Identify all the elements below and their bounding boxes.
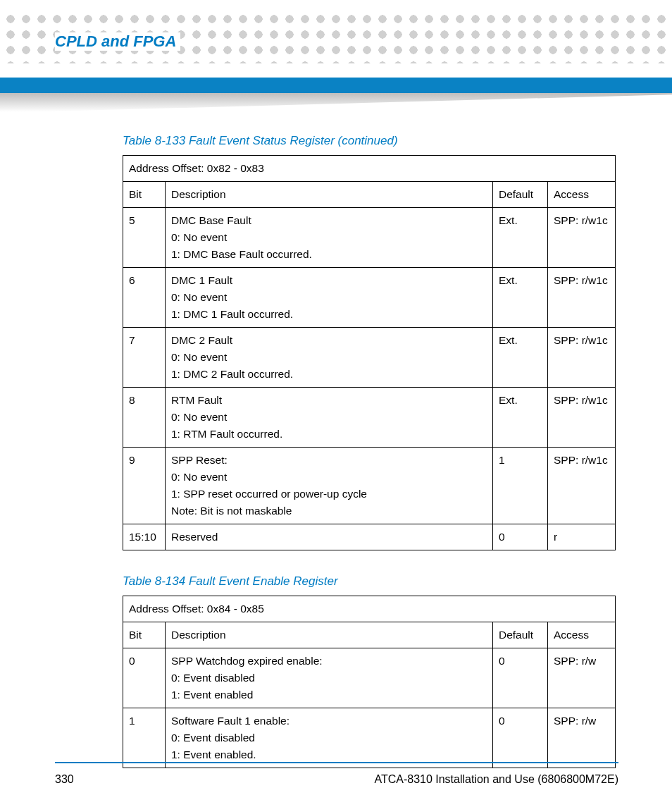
table-row: 7 DMC 2 Fault 0: No event 1: DMC 2 Fault…	[123, 328, 616, 388]
cell-access: SPP: r/w1c	[548, 268, 616, 328]
cell-desc: DMC 2 Fault 0: No event 1: DMC 2 Fault o…	[166, 328, 493, 388]
table-row: 8 RTM Fault 0: No event 1: RTM Fault occ…	[123, 388, 616, 448]
cell-bit: 15:10	[123, 524, 166, 550]
cell-bit: 6	[123, 268, 166, 328]
table-caption: Table 8-133 Fault Event Status Register …	[123, 134, 618, 148]
table-row: 5 DMC Base Fault 0: No event 1: DMC Base…	[123, 208, 616, 268]
cell-default: 0	[493, 708, 548, 768]
table-address-row: Address Offset: 0x84 - 0x85	[123, 596, 616, 622]
table-row: 9 SPP Reset: 0: No event 1: SPP reset oc…	[123, 448, 616, 524]
header-blue-bar	[0, 78, 672, 93]
register-table-8-133: Address Offset: 0x82 - 0x83 Bit Descript…	[123, 155, 616, 550]
table-row: 6 DMC 1 Fault 0: No event 1: DMC 1 Fault…	[123, 268, 616, 328]
cell-desc: DMC Base Fault 0: No event 1: DMC Base F…	[166, 208, 493, 268]
chapter-title: CPLD and FPGA	[55, 32, 180, 51]
cell-desc: SPP Reset: 0: No event 1: SPP reset occu…	[166, 448, 493, 524]
col-header-bit: Bit	[123, 622, 166, 648]
cell-default: Ext.	[493, 268, 548, 328]
page-number: 330	[55, 773, 74, 786]
table-row: 15:10 Reserved 0 r	[123, 524, 616, 550]
cell-access: SPP: r/w1c	[548, 208, 616, 268]
footer-rule	[55, 762, 618, 763]
cell-desc: DMC 1 Fault 0: No event 1: DMC 1 Fault o…	[166, 268, 493, 328]
cell-default: 1	[493, 448, 548, 524]
page-footer: 330 ATCA-8310 Installation and Use (6806…	[55, 773, 618, 786]
col-header-access: Access	[548, 182, 616, 208]
cell-default: 0	[493, 648, 548, 708]
header-wedge	[0, 93, 672, 113]
table-caption: Table 8-134 Fault Event Enable Register	[123, 574, 618, 589]
cell-desc: Software Fault 1 enable: 0: Event disabl…	[166, 708, 493, 768]
table-row: 1 Software Fault 1 enable: 0: Event disa…	[123, 708, 616, 768]
cell-bit: 5	[123, 208, 166, 268]
cell-default: 0	[493, 524, 548, 550]
col-header-desc: Description	[166, 182, 493, 208]
table-row: 0 SPP Watchdog expired enable: 0: Event …	[123, 648, 616, 708]
address-offset: Address Offset: 0x82 - 0x83	[123, 156, 616, 182]
cell-access: r	[548, 524, 616, 550]
table-address-row: Address Offset: 0x82 - 0x83	[123, 156, 616, 182]
col-header-bit: Bit	[123, 182, 166, 208]
table-header-row: Bit Description Default Access	[123, 182, 616, 208]
address-offset: Address Offset: 0x84 - 0x85	[123, 596, 616, 622]
cell-bit: 1	[123, 708, 166, 768]
page-content: Table 8-133 Fault Event Status Register …	[55, 130, 618, 768]
cell-bit: 7	[123, 328, 166, 388]
cell-default: Ext.	[493, 328, 548, 388]
cell-bit: 8	[123, 388, 166, 448]
cell-bit: 9	[123, 448, 166, 524]
doc-title: ATCA-8310 Installation and Use (6806800M…	[374, 773, 618, 786]
cell-access: SPP: r/w	[548, 708, 616, 768]
col-header-default: Default	[493, 622, 548, 648]
cell-access: SPP: r/w1c	[548, 328, 616, 388]
cell-access: SPP: r/w1c	[548, 448, 616, 524]
table-header-row: Bit Description Default Access	[123, 622, 616, 648]
col-header-default: Default	[493, 182, 548, 208]
cell-bit: 0	[123, 648, 166, 708]
cell-default: Ext.	[493, 208, 548, 268]
col-header-desc: Description	[166, 622, 493, 648]
cell-access: SPP: r/w1c	[548, 388, 616, 448]
cell-desc: SPP Watchdog expired enable: 0: Event di…	[166, 648, 493, 708]
cell-access: SPP: r/w	[548, 648, 616, 708]
cell-default: Ext.	[493, 388, 548, 448]
cell-desc: RTM Fault 0: No event 1: RTM Fault occur…	[166, 388, 493, 448]
cell-desc: Reserved	[166, 524, 493, 550]
col-header-access: Access	[548, 622, 616, 648]
register-table-8-134: Address Offset: 0x84 - 0x85 Bit Descript…	[123, 596, 616, 768]
